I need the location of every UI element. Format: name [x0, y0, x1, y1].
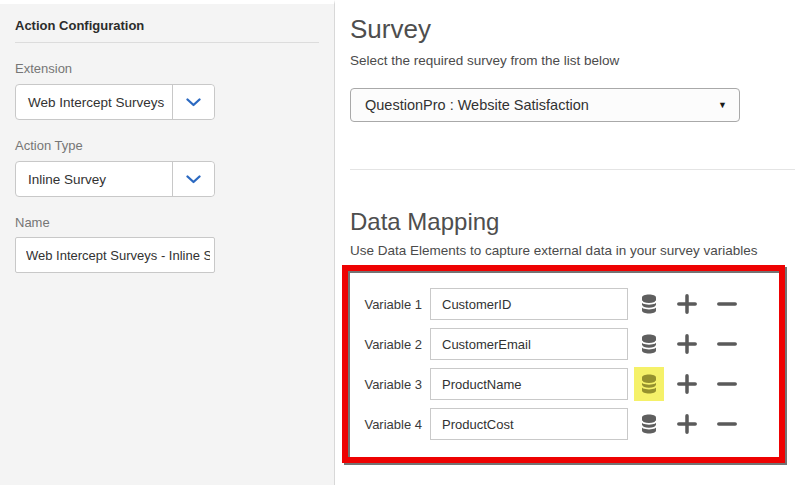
- add-variable-button[interactable]: [672, 287, 702, 321]
- data-mapping-section: Variable 1: [342, 265, 785, 463]
- title-divider: [15, 42, 319, 43]
- remove-variable-button[interactable]: [712, 287, 742, 321]
- variable-row: Variable 3: [362, 368, 779, 400]
- extension-dropdown[interactable]: Web Intercept Surveys: [15, 84, 215, 120]
- variable-row: Variable 2: [362, 328, 779, 360]
- action-config-sidebar: Action Configuration Extension Web Inter…: [0, 0, 335, 485]
- database-icon: [641, 414, 657, 434]
- database-icon: [641, 334, 657, 354]
- panel-title: Action Configuration: [15, 18, 319, 33]
- plus-icon: [677, 414, 697, 434]
- variable-1-label: Variable 1: [362, 297, 422, 312]
- extension-dropdown-button[interactable]: [172, 85, 214, 119]
- minus-icon: [717, 294, 737, 314]
- survey-select-value: QuestionPro : Website Satisfaction: [365, 97, 589, 113]
- add-variable-button[interactable]: [672, 327, 702, 361]
- extension-label: Extension: [15, 61, 319, 77]
- data-element-button[interactable]: [634, 407, 664, 441]
- variable-2-input[interactable]: [430, 328, 628, 360]
- chevron-down-icon: [186, 93, 201, 111]
- database-icon: [641, 374, 657, 394]
- variable-4-input[interactable]: [430, 408, 628, 440]
- variable-3-input[interactable]: [430, 368, 628, 400]
- variable-1-input[interactable]: [430, 288, 628, 320]
- minus-icon: [717, 414, 737, 434]
- survey-section-title: Survey: [350, 14, 795, 45]
- plus-icon: [677, 294, 697, 314]
- add-variable-button[interactable]: [672, 407, 702, 441]
- action-type-dropdown-value: Inline Survey: [16, 162, 172, 196]
- minus-icon: [717, 334, 737, 354]
- action-type-dropdown-button[interactable]: [172, 162, 214, 196]
- extension-dropdown-value: Web Intercept Surveys: [16, 85, 172, 119]
- remove-variable-button[interactable]: [712, 407, 742, 441]
- add-variable-button[interactable]: [672, 367, 702, 401]
- variable-3-label: Variable 3: [362, 377, 422, 392]
- database-icon: [641, 294, 657, 314]
- variable-2-label: Variable 2: [362, 337, 422, 352]
- action-configuration-screen: Action Configuration Extension Web Inter…: [0, 0, 795, 485]
- name-label: Name: [15, 215, 319, 231]
- data-mapping-title: Data Mapping: [350, 208, 795, 236]
- action-type-dropdown[interactable]: Inline Survey: [15, 161, 215, 197]
- survey-select[interactable]: QuestionPro : Website Satisfaction ▼: [350, 88, 740, 122]
- remove-variable-button[interactable]: [712, 327, 742, 361]
- survey-section-subtitle: Select the required survey from the list…: [350, 53, 795, 68]
- data-element-button[interactable]: [634, 287, 664, 321]
- data-element-button[interactable]: [634, 327, 664, 361]
- variable-row: Variable 1: [362, 288, 779, 320]
- variable-row: Variable 4: [362, 408, 779, 440]
- plus-icon: [677, 334, 697, 354]
- caret-down-icon: ▼: [718, 100, 727, 110]
- chevron-down-icon: [186, 170, 201, 188]
- remove-variable-button[interactable]: [712, 367, 742, 401]
- variable-4-label: Variable 4: [362, 417, 422, 432]
- data-mapping-subtitle: Use Data Elements to capture external da…: [350, 243, 795, 258]
- action-type-label: Action Type: [15, 138, 319, 154]
- data-element-button-highlighted[interactable]: [634, 367, 664, 401]
- variable-rows: Variable 1: [348, 271, 779, 457]
- name-input[interactable]: [15, 237, 215, 273]
- section-divider: [350, 169, 795, 170]
- survey-config-panel: Survey Select the required survey from t…: [335, 0, 795, 485]
- minus-icon: [717, 374, 737, 394]
- plus-icon: [677, 374, 697, 394]
